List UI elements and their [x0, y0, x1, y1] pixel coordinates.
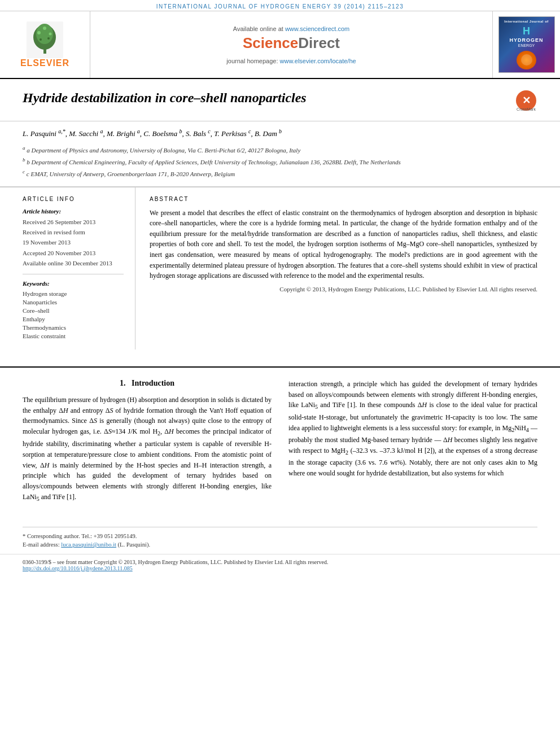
cover-inner-circle	[521, 54, 532, 65]
date-available: Available online 30 December 2013	[23, 259, 124, 268]
direct-text: Direct	[298, 34, 340, 51]
svg-point-5	[49, 32, 51, 35]
article-history-label: Article history:	[23, 208, 124, 215]
svg-point-7	[40, 38, 42, 41]
elsevier-logo-area: ELSEVIER	[0, 11, 90, 78]
svg-point-4	[37, 31, 41, 34]
copyright-text: Copyright © 2013, Hydrogen Energy Public…	[150, 286, 537, 292]
section-1-heading: 1. Introduction	[23, 379, 272, 388]
article-info-heading: ARTICLE INFO	[23, 196, 124, 202]
keywords-label: Keywords:	[23, 280, 124, 287]
email-author-name: (L. Pasquini).	[118, 541, 150, 548]
divider-1	[23, 274, 124, 274]
date-accepted: Accepted 20 November 2013	[23, 249, 124, 257]
header-section: ELSEVIER Available online at www.science…	[0, 11, 560, 79]
journal-cover-image: International Journal of H HYDROGEN ENER…	[498, 16, 555, 73]
cover-decorative-circle	[517, 51, 536, 69]
date-revised: 19 November 2013	[23, 238, 124, 247]
keyword-5: Thermodynamics	[23, 324, 124, 331]
email-label: E-mail address:	[23, 541, 60, 548]
abstract-heading: ABSTRACT	[150, 196, 537, 202]
svg-point-6	[43, 27, 46, 30]
journal-homepage: journal homepage: www.elsevier.com/locat…	[226, 58, 356, 64]
footer-doi-link[interactable]: http://dx.doi.org/10.1016/j.ijhydene.201…	[23, 565, 133, 571]
article-info-column: ARTICLE INFO Article history: Received 2…	[0, 187, 135, 350]
sciencedirect-area: Available online at www.sciencedirect.co…	[90, 11, 492, 78]
elsevier-tree-icon	[27, 21, 63, 58]
body-left-column: 1. Introduction The equilibrium pressure…	[23, 379, 272, 504]
authors-section: L. Pasquini a,*, M. Sacchi a, M. Brighi …	[0, 121, 560, 187]
corresponding-author-note: * Corresponding author. Tel.: +39 051 20…	[23, 532, 537, 541]
available-online-text: Available online at www.sciencedirect.co…	[233, 25, 349, 32]
abstract-column: ABSTRACT We present a model that describ…	[135, 187, 560, 350]
cover-h-text: H	[523, 25, 530, 37]
spacer	[0, 350, 560, 366]
corresponding-author-text: * Corresponding author. Tel.: +39 051 20…	[23, 533, 137, 539]
main-body: 1. Introduction The equilibrium pressure…	[0, 366, 560, 516]
section-title: Introduction	[132, 379, 174, 387]
affiliation-c: c c EMAT, University of Antwerp, Groenen…	[23, 168, 537, 178]
authors-line: L. Pasquini a,*, M. Sacchi a, M. Brighi …	[23, 127, 537, 140]
svg-point-8	[47, 37, 50, 40]
body-columns: 1. Introduction The equilibrium pressure…	[23, 379, 537, 504]
journal-cover-area: International Journal of H HYDROGEN ENER…	[492, 11, 560, 78]
sciencedirect-url[interactable]: www.sciencedirect.com	[285, 25, 349, 32]
sciencedirect-logo: ScienceDirect	[243, 34, 340, 52]
cover-title: International Journal of	[504, 20, 549, 24]
section-number: 1.	[120, 379, 126, 387]
affiliation-a: a a Department of Physics and Astronomy,…	[23, 145, 537, 155]
body-right-column: interaction strength, a principle which …	[288, 379, 537, 504]
footer-bar: 0360-3199/$ – see front matter Copyright…	[0, 554, 560, 576]
affiliation-b: b b Department of Chemical Engineering, …	[23, 156, 537, 167]
journal-bar: INTERNATIONAL JOURNAL OF HYDROGEN ENERGY…	[0, 0, 560, 11]
section-1-right-text: interaction strength, a principle which …	[288, 379, 537, 479]
cover-hydrogen: HYDROGEN	[509, 37, 543, 43]
cover-energy: ENERGY	[518, 43, 535, 47]
keyword-6: Elastic constraint	[23, 333, 124, 339]
email-note: E-mail address: luca.pasquini@unibo.it (…	[23, 540, 537, 549]
article-title: Hydride destabilization in core–shell na…	[23, 89, 504, 107]
date-received: Received 26 September 2013	[23, 218, 124, 226]
article-info-abstract-section: ARTICLE INFO Article history: Received 2…	[0, 187, 560, 350]
author-email-link[interactable]: luca.pasquini@unibo.it	[61, 541, 116, 548]
date-revised-label: Received in revised form	[23, 228, 124, 237]
keyword-4: Enthalpy	[23, 316, 124, 322]
journal-bar-text: INTERNATIONAL JOURNAL OF HYDROGEN ENERGY…	[156, 3, 404, 10]
keyword-2: Nanoparticles	[23, 299, 124, 305]
elsevier-logo: ELSEVIER	[20, 21, 69, 68]
crossmark-area[interactable]: ✕ CrossMark	[515, 89, 537, 114]
science-text: Science	[243, 34, 298, 51]
article-title-section: Hydride destabilization in core–shell na…	[0, 79, 560, 121]
homepage-label: journal homepage:	[226, 58, 278, 64]
elsevier-wordmark: ELSEVIER	[20, 58, 69, 68]
homepage-link[interactable]: www.elsevier.com/locate/he	[280, 58, 356, 64]
section-1-left-text: The equilibrium pressure of hydrogen (H)…	[23, 395, 272, 504]
keyword-3: Core–shell	[23, 307, 124, 314]
svg-text:✕: ✕	[522, 95, 531, 106]
crossmark-icon: ✕ CrossMark	[515, 89, 537, 112]
affiliations: a a Department of Physics and Astronomy,…	[23, 145, 537, 178]
svg-text:CrossMark: CrossMark	[517, 107, 536, 111]
keyword-1: Hydrogen storage	[23, 290, 124, 297]
abstract-text: We present a model that describes the ef…	[150, 208, 537, 281]
footer-issn: 0360-3199/$ – see front matter Copyright…	[23, 559, 537, 565]
footnote-section: * Corresponding author. Tel.: +39 051 20…	[23, 527, 537, 554]
